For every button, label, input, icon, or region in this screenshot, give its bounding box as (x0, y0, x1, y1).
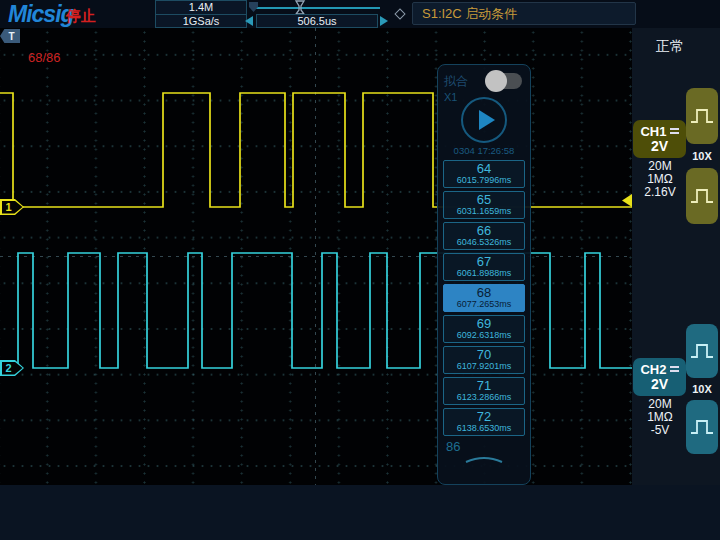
bottom-bar: 微调 快速保存 5us CH1 光标 光标 17:28 (0, 485, 720, 540)
memory-depth-value: 1.4M (156, 1, 246, 15)
acquisition-info-box[interactable]: 1.4M 1GSa/s (155, 0, 247, 28)
trigger-condition-box[interactable]: S1:I2C 启动条件 (412, 2, 636, 25)
trigger-condition-label: S1:I2C 启动条件 (422, 5, 517, 23)
playback-panel: 拟合 X1 0304 17:26:58 646015.7996ms656031.… (437, 64, 531, 485)
timebase-position-line (256, 7, 380, 9)
ch1-trace (0, 93, 632, 207)
frame-item[interactable]: 726138.6530ms (443, 408, 525, 436)
timebase-left-arrow[interactable] (245, 16, 253, 26)
pulse-icon (689, 416, 715, 438)
ch1-scale: 2V (651, 139, 668, 154)
ch1-pulse-up-button[interactable] (686, 88, 718, 144)
ch2-pulse-down-button[interactable] (686, 400, 718, 454)
pulse-icon (689, 105, 715, 127)
ch1-name: CH1 (640, 125, 666, 139)
frame-list: 646015.7996ms656031.1659ms666046.5326ms6… (442, 160, 526, 436)
ch2-probe-label: 10X (686, 383, 718, 395)
frame-item[interactable]: 646015.7996ms (443, 160, 525, 188)
ch1-probe-label: 10X (686, 150, 718, 162)
chevron-up-icon (462, 454, 506, 464)
top-bar: Micsig 停止 1.4M 1GSa/s 506.5us S1:I2C 启动条… (0, 0, 720, 28)
ch1-ground-marker[interactable]: 1 (0, 199, 24, 215)
ch2-marker-number: 2 (0, 360, 24, 376)
frame-item[interactable]: 666046.5326ms (443, 222, 525, 250)
right-sidebar: 正常 10X CH1 2V 20M 1MΩ 2.16V 10X CH2 2V 2… (632, 28, 720, 485)
record-timestamp: 0304 17:26:58 (442, 145, 526, 158)
frame-item[interactable]: 716123.2866ms (443, 377, 525, 405)
trigger-position-icon[interactable] (293, 0, 307, 15)
ch1-badge[interactable]: CH1 2V (633, 120, 686, 158)
fit-label: 拟合 (444, 73, 468, 90)
frame-counter-label: 68/86 (28, 50, 61, 65)
play-icon (479, 110, 495, 130)
frame-total-label: 86 (442, 439, 526, 454)
ch2-scale: 2V (651, 377, 668, 392)
sample-rate-value: 1GSa/s (156, 15, 246, 28)
waveform-display: T 68/86 1 2 (0, 28, 632, 485)
brand-logo: Micsig (8, 1, 74, 28)
time-position-value[interactable]: 506.5us (256, 14, 378, 28)
ch1-pulse-down-button[interactable] (686, 168, 718, 224)
play-button[interactable] (461, 97, 507, 143)
waveform-canvas (0, 28, 632, 485)
timebase-right-arrow[interactable] (380, 16, 388, 26)
fit-toggle[interactable] (486, 73, 522, 89)
frame-item[interactable]: 656031.1659ms (443, 191, 525, 219)
time-ref-icon (248, 1, 259, 13)
toggle-knob (485, 70, 507, 92)
ch2-ground-marker[interactable]: 2 (0, 360, 24, 376)
frame-item[interactable]: 686077.2653ms (443, 284, 525, 312)
ch2-offset: -5V (632, 424, 688, 437)
panel-collapse-handle[interactable] (442, 454, 526, 464)
acquire-mode-label[interactable]: 正常 (656, 38, 684, 56)
ch2-badge[interactable]: CH2 2V (633, 358, 686, 396)
ch2-name: CH2 (640, 363, 666, 377)
run-state-label[interactable]: 停止 (66, 7, 96, 26)
frame-item[interactable]: 676061.8988ms (443, 253, 525, 281)
trigger-diamond-icon (394, 8, 405, 19)
frame-item[interactable]: 706107.9201ms (443, 346, 525, 374)
ch2-pulse-up-button[interactable] (686, 324, 718, 378)
frame-item[interactable]: 696092.6318ms (443, 315, 525, 343)
ch2-trace (0, 253, 632, 368)
pulse-icon (689, 340, 715, 362)
ch1-marker-number: 1 (0, 199, 24, 215)
dc-coupling-icon (670, 366, 679, 374)
pulse-icon (689, 185, 715, 207)
dc-coupling-icon (670, 128, 679, 136)
ch1-offset: 2.16V (632, 186, 688, 199)
